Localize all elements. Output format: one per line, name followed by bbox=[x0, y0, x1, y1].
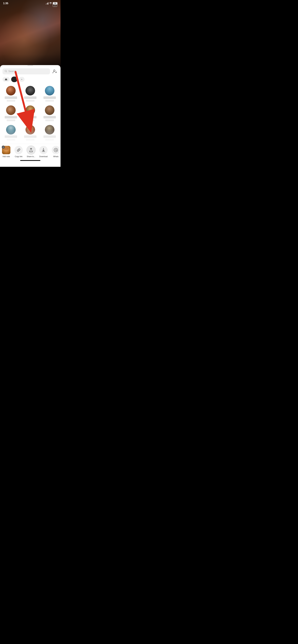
sheet-handle bbox=[28, 65, 33, 66]
search-icon bbox=[5, 70, 7, 73]
contact-item[interactable] bbox=[40, 84, 59, 103]
share-to-label: Share to... bbox=[27, 156, 35, 158]
blur-overlay bbox=[0, 130, 61, 142]
chip-groups[interactable] bbox=[3, 77, 10, 82]
contacts-section bbox=[0, 84, 61, 142]
svg-point-6 bbox=[54, 70, 55, 71]
contact-sub bbox=[7, 100, 15, 102]
action-row: + Add note Copy link Sha bbox=[0, 144, 61, 158]
avatar bbox=[26, 86, 35, 96]
svg-rect-0 bbox=[53, 4, 57, 7]
copy-link-button[interactable]: Copy link bbox=[13, 146, 25, 158]
share-sheet: Search + bbox=[0, 65, 61, 167]
contact-name bbox=[44, 116, 56, 118]
chip-selected-contact[interactable] bbox=[11, 76, 17, 82]
avatar bbox=[45, 86, 55, 96]
download-label: Download bbox=[39, 156, 48, 158]
background-photo: 1:35 80 bbox=[0, 0, 61, 67]
copy-link-icon bbox=[15, 146, 23, 154]
contact-sub bbox=[45, 100, 54, 102]
contact-sub bbox=[7, 119, 15, 121]
filter-chips-row: + bbox=[0, 76, 61, 82]
contact-item[interactable] bbox=[21, 84, 40, 103]
home-indicator bbox=[20, 160, 40, 161]
download-icon bbox=[39, 146, 48, 154]
status-time: 1:35 bbox=[3, 2, 8, 5]
contact-item[interactable] bbox=[1, 104, 21, 123]
whatsapp-button[interactable]: Whats bbox=[50, 146, 61, 158]
copy-link-label: Copy link bbox=[15, 156, 22, 158]
plus-badge: + bbox=[2, 146, 5, 149]
chip-add[interactable]: + bbox=[19, 77, 25, 82]
download-button[interactable]: Download bbox=[37, 146, 50, 158]
contact-name bbox=[5, 116, 17, 118]
search-row: Search bbox=[0, 68, 61, 74]
share-to-button[interactable]: Share to... bbox=[25, 146, 37, 158]
avatar bbox=[26, 106, 35, 115]
avatar bbox=[45, 106, 55, 115]
search-placeholder: Search bbox=[8, 70, 48, 73]
contact-sub bbox=[26, 119, 35, 121]
wifi-icon bbox=[49, 2, 52, 5]
contact-sub bbox=[26, 100, 35, 102]
whatsapp-label: Whats bbox=[53, 156, 59, 158]
camera-icon[interactable] bbox=[52, 2, 58, 8]
avatar bbox=[6, 86, 16, 96]
avatar bbox=[6, 106, 16, 115]
svg-point-3 bbox=[56, 4, 57, 5]
add-note-label: Add note bbox=[3, 156, 10, 158]
contact-name bbox=[24, 116, 37, 118]
contact-item[interactable] bbox=[40, 104, 59, 123]
add-note-button[interactable]: + Add note bbox=[0, 146, 13, 158]
add-people-button[interactable] bbox=[52, 68, 58, 74]
contact-name bbox=[24, 96, 37, 99]
svg-point-11 bbox=[54, 148, 58, 152]
svg-rect-2 bbox=[54, 4, 56, 4]
contact-name bbox=[5, 96, 17, 99]
contact-name bbox=[44, 96, 56, 99]
status-bar: 1:35 80 bbox=[0, 0, 61, 7]
svg-line-5 bbox=[6, 72, 7, 72]
signal-icon bbox=[46, 2, 48, 4]
whatsapp-icon bbox=[52, 146, 60, 154]
contact-item[interactable] bbox=[1, 84, 21, 103]
share-to-icon bbox=[27, 146, 35, 154]
contact-item[interactable] bbox=[21, 104, 40, 123]
contact-sub bbox=[45, 119, 54, 121]
search-input[interactable]: Search bbox=[3, 68, 50, 74]
